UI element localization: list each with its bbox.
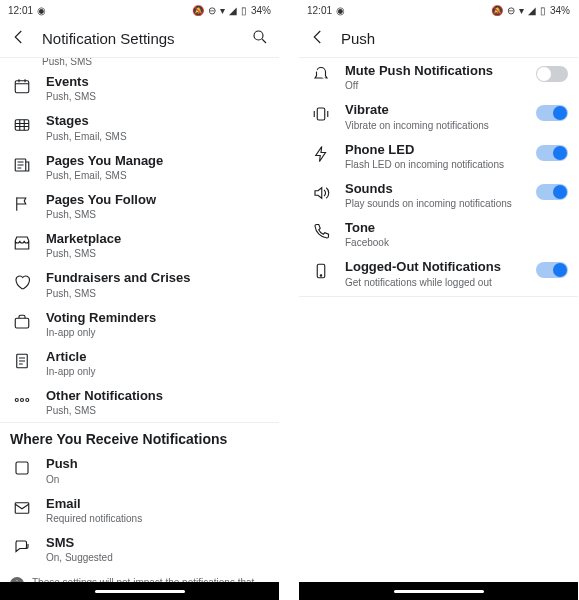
row-label: Events [46,74,269,90]
row-label: Pages You Follow [46,192,269,208]
settings-list[interactable]: Push, SMS EventsPush, SMSStagesPush, Ema… [0,58,279,582]
row-sub: On [46,473,269,486]
status-bar: 12:01 ◉ 🔕 ⊖ ▾ ◢ ▯ 34% [0,0,279,20]
toggle-vibrate[interactable] [536,105,568,121]
footnote: i These settings will not impact the not… [0,569,279,582]
toggle-phone-led[interactable] [536,145,568,161]
camera-icon: ◉ [336,5,345,16]
row-label: Mute Push Notifications [345,63,522,79]
toggle-sounds[interactable] [536,184,568,200]
svg-point-7 [21,399,24,402]
row-pages-you-follow[interactable]: Pages You FollowPush, SMS [0,187,279,226]
svg-rect-1 [15,81,29,93]
doc-icon [12,351,32,371]
row-sub: In-app only [46,326,269,339]
row-stages[interactable]: StagesPush, Email, SMS [0,108,279,147]
dnd-icon: ⊖ [208,5,216,16]
row-label: Vibrate [345,102,522,118]
row-sub: On, Suggested [46,551,269,564]
back-arrow-icon[interactable] [10,28,28,50]
cutoff-sub: Push, SMS [0,58,279,67]
row-label: Sounds [345,181,522,197]
row-events[interactable]: EventsPush, SMS [0,69,279,108]
signal-icon: ◢ [528,5,536,16]
battery-icon: ▯ [540,5,546,16]
toggle-mute-push-notifications[interactable] [536,66,568,82]
shop-icon [12,233,32,253]
row-tone[interactable]: ToneFacebook [299,215,578,254]
toggle-logged-out-notifications[interactable] [536,262,568,278]
row-marketplace[interactable]: MarketplacePush, SMS [0,226,279,265]
dnd-icon: ⊖ [507,5,515,16]
page-title: Push [341,30,568,47]
svg-rect-2 [15,120,29,131]
row-push[interactable]: PushOn [0,451,279,490]
row-sub: Push, Email, SMS [46,130,269,143]
page-title: Notification Settings [42,30,237,47]
wifi-icon: ▾ [220,5,225,16]
nav-bar[interactable] [299,582,578,600]
row-sub: Play sounds on incoming notifications [345,197,522,210]
vibrate-icon [311,104,331,124]
header: Notification Settings [0,20,279,58]
row-label: Article [46,349,269,365]
row-fundraisers-and-crises[interactable]: Fundraisers and CrisesPush, SMS [0,265,279,304]
svg-rect-9 [16,462,28,474]
svg-point-6 [15,399,18,402]
row-sub: Push, Email, SMS [46,169,269,182]
row-label: Voting Reminders [46,310,269,326]
row-vibrate[interactable]: VibrateVibrate on incoming notifications [299,97,578,136]
battery-pct: 34% [251,5,271,16]
row-sub: Push, SMS [46,247,269,260]
row-article[interactable]: ArticleIn-app only [0,344,279,383]
row-logged-out-notifications[interactable]: Logged-Out NotificationsGet notification… [299,254,578,293]
flag-icon [12,194,32,214]
svg-rect-4 [15,318,29,328]
row-pages-you-manage[interactable]: Pages You ManagePush, Email, SMS [0,148,279,187]
push-settings-list[interactable]: Mute Push NotificationsOffVibrateVibrate… [299,58,578,582]
section-header: Where You Receive Notifications [0,422,279,451]
mute-icon [311,65,331,85]
camera-icon: ◉ [37,5,46,16]
phone-icon [311,222,331,242]
row-sub: Required notifications [46,512,269,525]
row-other-notifications[interactable]: Other NotificationsPush, SMS [0,383,279,422]
row-label: Stages [46,113,269,129]
dots-icon [12,390,32,410]
phone-right: 12:01 ◉ 🔕 ⊖ ▾ ◢ ▯ 34% Push Mute Push Not… [299,0,578,600]
battery-icon: ▯ [241,5,247,16]
row-mute-push-notifications[interactable]: Mute Push NotificationsOff [299,58,578,97]
row-label: Other Notifications [46,388,269,404]
sound-icon [311,183,331,203]
row-sub: Push, SMS [46,208,269,221]
search-icon[interactable] [251,28,269,50]
row-label: Tone [345,220,568,236]
row-label: Email [46,496,269,512]
row-email[interactable]: EmailRequired notifications [0,491,279,530]
row-sub: Off [345,79,522,92]
wifi-icon: ▾ [519,5,524,16]
row-label: Marketplace [46,231,269,247]
row-sounds[interactable]: SoundsPlay sounds on incoming notificati… [299,176,578,215]
row-sub: Get notifications while logged out [345,276,522,289]
device-icon [311,261,331,281]
heart-icon [12,272,32,292]
status-time: 12:01 [8,5,33,16]
row-sub: Push, SMS [46,404,269,417]
nav-bar[interactable] [0,582,279,600]
row-sub: In-app only [46,365,269,378]
divider [299,296,578,297]
svg-rect-11 [317,108,325,120]
back-arrow-icon[interactable] [309,28,327,50]
row-phone-led[interactable]: Phone LEDFlash LED on incoming notificat… [299,137,578,176]
grid-icon [12,115,32,135]
signal-icon: ◢ [229,5,237,16]
row-label: Pages You Manage [46,153,269,169]
chat-icon [12,537,32,557]
row-sub: Push, SMS [46,90,269,103]
svg-point-0 [254,31,263,40]
calendar-icon [12,76,32,96]
row-sms[interactable]: SMSOn, Suggested [0,530,279,569]
row-voting-reminders[interactable]: Voting RemindersIn-app only [0,305,279,344]
row-sub: Push, SMS [46,287,269,300]
